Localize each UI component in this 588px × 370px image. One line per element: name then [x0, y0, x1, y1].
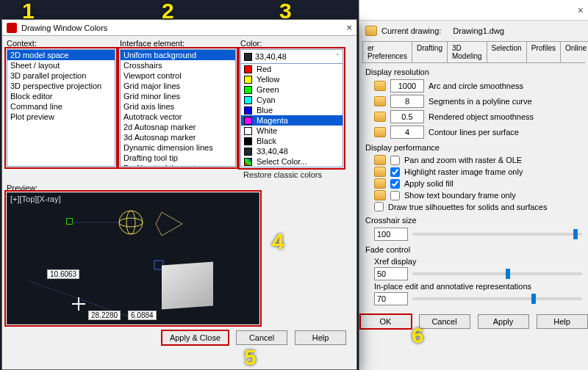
polyline-segments-input[interactable]	[390, 95, 424, 108]
context-listbox[interactable]: 2D model space Sheet / layout 3D paralle…	[7, 49, 115, 167]
xref-display-input[interactable]	[374, 267, 408, 280]
color-option-black[interactable]: Black	[241, 136, 343, 146]
rendered-smoothness-label: Rendered object smoothness	[429, 112, 534, 121]
dialog-button-row: Apply & Close Cancel Help	[7, 330, 352, 345]
context-item[interactable]: 3D parallel projection	[7, 70, 115, 81]
color-option-label: Red	[257, 65, 271, 73]
iface-item[interactable]: Uniform background	[121, 50, 235, 60]
inplace-edit-input[interactable]	[374, 292, 408, 305]
color-option-label: White	[257, 126, 277, 135]
color-option-red[interactable]: Red	[241, 64, 343, 74]
current-drawing-label: Current drawing:	[381, 26, 441, 35]
crosshair-size-input[interactable]	[374, 228, 408, 241]
iface-item[interactable]: Grid axis lines	[121, 101, 235, 112]
help-button[interactable]: Help	[537, 314, 588, 329]
apply-close-button[interactable]: Apply & Close	[162, 330, 229, 345]
context-item[interactable]: Sheet / layout	[7, 60, 115, 70]
color-option-label: Yellow	[257, 75, 279, 84]
iface-item[interactable]: Grid major lines	[121, 81, 235, 91]
color-swatch-icon	[244, 127, 252, 135]
apply-button[interactable]: Apply	[478, 314, 529, 329]
color-selected: 33,40,48	[255, 52, 287, 61]
color-option-label: 33,40,48	[257, 147, 288, 156]
folder-icon	[374, 190, 386, 200]
color-option-blue[interactable]: Blue	[241, 105, 343, 115]
context-item[interactable]: 3D perspective projection	[7, 81, 115, 91]
dialog-title: Drawing Window Colors	[21, 23, 107, 32]
solid-fill-checkbox[interactable]	[390, 179, 400, 189]
current-drawing-value: Drawing1.dwg	[453, 26, 504, 35]
true-silhouettes-checkbox[interactable]	[374, 202, 384, 211]
iface-item[interactable]: Drafting tool tip contour	[121, 163, 235, 167]
group-display-resolution: Display resolution Arc and circle smooth…	[365, 68, 582, 139]
tab-3dmodeling[interactable]: 3D Modeling	[447, 41, 487, 62]
iface-item[interactable]: 2d Autosnap marker	[121, 122, 235, 132]
iface-item[interactable]: Viewport control	[121, 70, 235, 81]
context-item[interactable]: Block editor	[7, 91, 115, 101]
cancel-button[interactable]: Cancel	[236, 330, 287, 345]
color-option-white[interactable]: White	[241, 126, 343, 136]
iface-item[interactable]: Autotrack vector	[121, 112, 235, 122]
color-swatch-icon	[244, 76, 252, 84]
arc-smoothness-input[interactable]	[390, 79, 424, 92]
context-item[interactable]: 2D model space	[7, 50, 115, 60]
text-boundary-checkbox[interactable]	[390, 191, 400, 200]
inplace-edit-label: In-place edit and annotative representat…	[374, 282, 582, 291]
preview-cube-icon	[162, 262, 213, 310]
iface-item[interactable]: 3d Autosnap marker	[121, 132, 235, 142]
context-item[interactable]: Command line	[7, 101, 115, 112]
close-icon[interactable]: ×	[578, 4, 584, 16]
color-option-yellow[interactable]: Yellow	[241, 74, 343, 84]
folder-icon	[374, 96, 386, 106]
color-option-label: Blue	[257, 106, 273, 115]
group-title: Display performance	[365, 143, 582, 152]
context-item[interactable]: Plot preview	[7, 112, 115, 122]
rendered-smoothness-input[interactable]	[390, 110, 424, 123]
contour-lines-label: Contour lines per surface	[429, 128, 519, 137]
color-option-green[interactable]: Green	[241, 84, 343, 95]
contour-lines-input[interactable]	[390, 126, 424, 139]
current-drawing: Current drawing: Drawing1.dwg	[359, 21, 588, 41]
crosshair-size-slider[interactable]	[412, 233, 582, 236]
tab-selection[interactable]: Selection	[487, 41, 527, 62]
color-swatch-icon	[244, 106, 252, 115]
iface-item[interactable]: Grid minor lines	[121, 91, 235, 101]
svg-point-0	[119, 211, 143, 234]
interface-element-listbox[interactable]: Uniform background Crosshairs Viewport c…	[120, 49, 236, 167]
iface-item[interactable]: Drafting tool tip	[121, 153, 235, 163]
drawing-window-colors-dialog: Drawing Window Colors × Context: 2D mode…	[1, 19, 357, 370]
iface-item[interactable]: Dynamic dimension lines	[121, 142, 235, 153]
color-combobox[interactable]: 33,40,48 ˅	[240, 49, 343, 64]
color-option-rgb[interactable]: 33,40,48	[241, 146, 343, 156]
color-option-magenta[interactable]: Magenta	[241, 115, 343, 126]
true-silhouettes-label: Draw true silhouettes for solids and sur…	[388, 203, 547, 211]
group-title: Crosshair size	[365, 216, 582, 225]
color-option-select[interactable]: Select Color...	[241, 156, 343, 167]
folder-icon	[374, 112, 386, 122]
tab-preferences[interactable]: er Preferences	[362, 41, 412, 62]
color-option-label: Black	[257, 137, 276, 145]
restore-classic-colors[interactable]: Restore classic colors	[243, 170, 343, 179]
tab-online[interactable]: Online	[560, 41, 588, 62]
pan-zoom-checkbox[interactable]	[390, 156, 400, 165]
color-swatch-icon	[244, 86, 252, 94]
folder-icon	[374, 178, 386, 189]
highlight-raster-checkbox[interactable]	[390, 167, 400, 177]
close-icon[interactable]: ×	[346, 22, 352, 33]
inplace-edit-slider[interactable]	[412, 297, 582, 300]
tab-drafting[interactable]: Drafting	[412, 41, 448, 62]
cancel-button[interactable]: Cancel	[419, 314, 470, 329]
color-dropdown[interactable]: Red Yellow Green Cyan Blue Magenta White…	[240, 64, 343, 167]
highlight-raster-label: Highlight raster image frame only	[404, 167, 523, 176]
iface-item[interactable]: Crosshairs	[121, 60, 235, 70]
xref-display-slider[interactable]	[412, 272, 582, 275]
help-button[interactable]: Help	[295, 330, 346, 345]
color-option-cyan[interactable]: Cyan	[241, 95, 343, 105]
color-swatch-icon	[244, 53, 252, 61]
color-swatch-icon	[244, 137, 252, 145]
pan-zoom-label: Pan and zoom with raster & OLE	[404, 156, 522, 164]
color-label: Color:	[240, 39, 343, 48]
ok-button[interactable]: OK	[360, 314, 412, 329]
dialog-titlebar: Drawing Window Colors ×	[2, 20, 356, 36]
tab-profiles[interactable]: Profiles	[526, 41, 561, 62]
